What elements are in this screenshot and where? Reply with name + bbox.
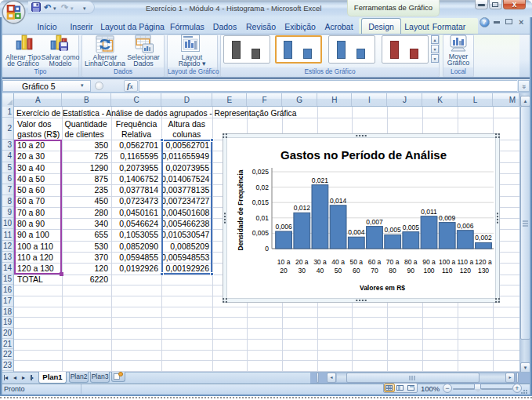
svg-text:Densidade de Frequência: Densidade de Frequência xyxy=(237,169,244,250)
svg-text:50: 50 xyxy=(335,267,342,275)
svg-text:Valores em R$: Valores em R$ xyxy=(360,284,405,292)
svg-text:0,002: 0,002 xyxy=(475,234,492,242)
svg-text:30: 30 xyxy=(299,267,306,275)
svg-text:0,014: 0,014 xyxy=(330,197,347,205)
svg-text:120: 120 xyxy=(460,267,471,275)
svg-text:120 a: 120 a xyxy=(475,258,492,266)
svg-text:130: 130 xyxy=(478,267,489,275)
svg-text:0,004: 0,004 xyxy=(348,228,365,236)
svg-text:0,012: 0,012 xyxy=(294,204,311,212)
svg-text:0,025: 0,025 xyxy=(252,168,270,176)
svg-text:60 a: 60 a xyxy=(368,258,382,266)
svg-text:80 a: 80 a xyxy=(404,258,418,266)
svg-text:Gastos no Período de Análise: Gastos no Período de Análise xyxy=(280,148,447,162)
svg-text:0,011: 0,011 xyxy=(421,208,437,216)
svg-text:0,021: 0,021 xyxy=(312,176,329,184)
svg-text:0,005: 0,005 xyxy=(384,226,401,234)
svg-text:0,015: 0,015 xyxy=(252,198,270,206)
svg-text:0,007: 0,007 xyxy=(366,218,383,226)
svg-text:0,006: 0,006 xyxy=(275,223,292,231)
svg-text:50 a: 50 a xyxy=(350,258,364,266)
svg-text:0,005: 0,005 xyxy=(403,224,420,231)
svg-text:0,006: 0,006 xyxy=(457,222,474,230)
svg-text:40 a: 40 a xyxy=(331,258,345,266)
svg-text:60: 60 xyxy=(353,267,360,275)
svg-text:20: 20 xyxy=(280,267,288,275)
svg-text:90: 90 xyxy=(407,267,415,275)
svg-text:100 a: 100 a xyxy=(439,258,456,266)
svg-text:0,02: 0,02 xyxy=(255,184,269,191)
svg-text:0,01: 0,01 xyxy=(255,214,269,222)
svg-text:30 a: 30 a xyxy=(313,258,327,266)
svg-text:0: 0 xyxy=(265,245,269,253)
svg-text:110: 110 xyxy=(442,267,453,275)
svg-text:0,009: 0,009 xyxy=(439,214,456,222)
svg-text:10 a: 10 a xyxy=(277,258,291,266)
svg-text:0,005: 0,005 xyxy=(252,229,270,237)
svg-text:90 a: 90 a xyxy=(422,258,436,266)
svg-text:70: 70 xyxy=(371,267,378,275)
svg-text:70 a: 70 a xyxy=(386,258,400,266)
svg-text:110 a: 110 a xyxy=(457,258,473,266)
svg-text:20 a: 20 a xyxy=(295,258,309,266)
svg-text:80: 80 xyxy=(389,267,396,275)
svg-text:40: 40 xyxy=(317,267,324,275)
svg-text:100: 100 xyxy=(423,267,434,275)
